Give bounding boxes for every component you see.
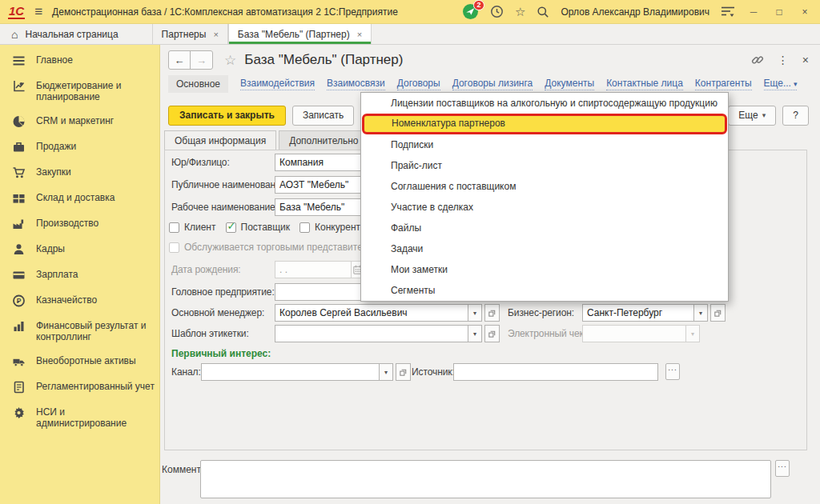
- factory-icon: [12, 218, 26, 230]
- tab-partner-card[interactable]: База "Мебель" (Партнер) ×: [228, 24, 372, 44]
- discussions-icon[interactable]: 2: [462, 3, 479, 20]
- sidebar-item-sales[interactable]: Продажи: [0, 134, 159, 160]
- menu-item-my-notes[interactable]: Мои заметки: [361, 259, 728, 280]
- nav-contact-persons[interactable]: Контактные лица: [606, 78, 683, 90]
- dropdown-button[interactable]: ▾: [468, 304, 482, 322]
- sidebar-item-main[interactable]: Главное: [0, 48, 159, 74]
- partner-type-checkboxes: Клиент ✓ Поставщик Конкурент: [169, 222, 380, 233]
- sales-rep-checkbox[interactable]: Обслуживается торговыми представителями: [169, 242, 385, 253]
- menu-item-tasks[interactable]: Задачи: [361, 238, 728, 259]
- comment-expand-button[interactable]: ...: [775, 460, 790, 477]
- menu-item-segments[interactable]: Сегменты: [361, 280, 728, 301]
- favorite-star-icon[interactable]: ☆: [224, 52, 236, 69]
- business-region-input[interactable]: [582, 304, 694, 322]
- source-select-button[interactable]: ...: [665, 363, 680, 380]
- truck-icon: [12, 355, 26, 368]
- open-button[interactable]: [484, 325, 500, 342]
- public-name-label: Публичное наименование:: [171, 176, 289, 194]
- sidebar-item-label: Бюджетирование и планирование: [36, 80, 155, 102]
- comment-input[interactable]: [200, 460, 771, 498]
- sidebar-item-regulated-accounting[interactable]: Регламентированный учет: [0, 374, 159, 400]
- nav-documents[interactable]: Документы: [545, 78, 594, 90]
- open-button[interactable]: [484, 304, 500, 322]
- help-button[interactable]: ?: [782, 106, 809, 126]
- menu-item-price-list[interactable]: Прайс-лист: [361, 155, 728, 176]
- menu-item-licenses[interactable]: Лицензии поставщиков на алкогольную и сп…: [361, 93, 728, 114]
- sidebar-item-label: Казначейство: [36, 294, 97, 306]
- more-actions-button[interactable]: Еще▾: [728, 106, 776, 126]
- sidebar-item-payroll[interactable]: Зарплата: [0, 262, 159, 288]
- sidebar-item-label: Зарплата: [36, 269, 78, 280]
- home-tab[interactable]: ⌂ Начальная страница: [0, 24, 130, 44]
- close-window-button[interactable]: ×: [798, 6, 812, 18]
- source-input[interactable]: [453, 363, 658, 381]
- close-form-icon[interactable]: ×: [802, 54, 809, 66]
- svg-text:Р: Р: [17, 297, 22, 305]
- minimize-button[interactable]: ─: [746, 6, 761, 18]
- sidebar-item-label: Продажи: [36, 141, 76, 152]
- supplier-checkbox[interactable]: ✓ Поставщик: [226, 222, 291, 233]
- birth-date-input[interactable]: [275, 261, 352, 278]
- search-icon[interactable]: [537, 6, 549, 18]
- nav-more[interactable]: Еще...▾: [764, 78, 798, 90]
- sidebar-item-administration[interactable]: НСИ и администрирование: [0, 400, 159, 435]
- history-icon[interactable]: [490, 5, 504, 18]
- dropdown-button[interactable]: ▾: [686, 325, 700, 342]
- menu-item-partner-nomenclature-highlighted[interactable]: Номенклатура партнеров: [362, 114, 727, 134]
- client-checkbox[interactable]: Клиент: [169, 222, 216, 233]
- kebab-menu-icon[interactable]: ⋮: [778, 54, 789, 66]
- sidebar-item-fixed-assets[interactable]: Внеоборотные активы: [0, 349, 159, 374]
- dropdown-button[interactable]: ▾: [694, 304, 708, 322]
- nav-interactions[interactable]: Взаимодействия: [240, 78, 315, 90]
- label-template-input[interactable]: [275, 325, 468, 342]
- section-nav: Основное Взаимодействия Взаимосвязи Дого…: [168, 74, 797, 94]
- sidebar-item-warehouse[interactable]: Склад и доставка: [0, 186, 159, 211]
- sidebar-item-budgeting[interactable]: Бюджетирование и планирование: [0, 74, 159, 109]
- titlebar-actions: 2 ☆ Орлов Александр Владимирович ─ □ ×: [462, 3, 812, 20]
- menu-item-deal-participation[interactable]: Участие в сделках: [361, 197, 728, 218]
- favorites-star-icon[interactable]: ☆: [515, 6, 525, 18]
- sidebar-item-crm[interactable]: CRM и маркетинг: [0, 109, 159, 134]
- open-button[interactable]: [396, 363, 411, 381]
- menu-item-subscriptions[interactable]: Подписки: [361, 134, 728, 155]
- electronic-receipt-input[interactable]: [582, 325, 686, 342]
- competitor-checkbox-label: Конкурент: [315, 222, 360, 233]
- source-label: Источник:: [412, 363, 455, 381]
- nav-leasing-contracts[interactable]: Договоры лизинга: [452, 78, 533, 90]
- link-icon[interactable]: [751, 54, 764, 66]
- manager-input[interactable]: [275, 304, 468, 322]
- dropdown-button[interactable]: ▾: [468, 325, 482, 342]
- competitor-checkbox[interactable]: Конкурент: [299, 222, 360, 233]
- titlebar: 1С ≡ Демонстрационная база / 1С:Комплекс…: [0, 0, 820, 24]
- nav-counterparties[interactable]: Контрагенты: [695, 78, 752, 90]
- tab-partners[interactable]: Партнеры ×: [152, 24, 228, 44]
- forward-button[interactable]: →: [191, 51, 212, 69]
- channel-input[interactable]: [201, 363, 380, 381]
- close-tab-icon[interactable]: ×: [357, 30, 362, 39]
- current-user[interactable]: Орлов Александр Владимирович: [561, 6, 709, 18]
- dropdown-button[interactable]: ▾: [380, 363, 393, 381]
- open-button[interactable]: [710, 304, 726, 322]
- service-menu-icon[interactable]: [721, 6, 735, 18]
- sidebar-item-treasury[interactable]: Р Казначейство: [0, 288, 159, 314]
- back-button[interactable]: ←: [169, 51, 191, 69]
- save-and-close-button[interactable]: Записать и закрыть: [168, 106, 286, 126]
- label-template-field: ▾: [275, 325, 500, 342]
- tab-additional[interactable]: Дополнительно: [279, 130, 368, 150]
- sidebar-item-production[interactable]: Производство: [0, 211, 159, 237]
- maximize-button[interactable]: □: [772, 6, 786, 18]
- tab-general-info[interactable]: Общая информация: [164, 130, 276, 150]
- menu-item-supplier-agreements[interactable]: Соглашения с поставщиком: [361, 176, 728, 197]
- main-menu-icon[interactable]: ≡: [34, 5, 42, 18]
- sidebar-item-label: Финансовый результат и контроллинг: [36, 320, 155, 342]
- nav-contracts[interactable]: Договоры: [397, 78, 440, 90]
- close-tab-icon[interactable]: ×: [213, 30, 218, 39]
- save-button[interactable]: Записать: [292, 106, 354, 126]
- sidebar-item-purchasing[interactable]: Закупки: [0, 160, 159, 186]
- nav-main[interactable]: Основное: [168, 75, 228, 93]
- more-actions-label: Еще: [738, 110, 758, 121]
- menu-item-files[interactable]: Файлы: [361, 218, 728, 238]
- nav-relations[interactable]: Взаимосвязи: [327, 78, 385, 90]
- sidebar-item-finance[interactable]: Финансовый результат и контроллинг: [0, 314, 159, 349]
- sidebar-item-hr[interactable]: Кадры: [0, 237, 159, 262]
